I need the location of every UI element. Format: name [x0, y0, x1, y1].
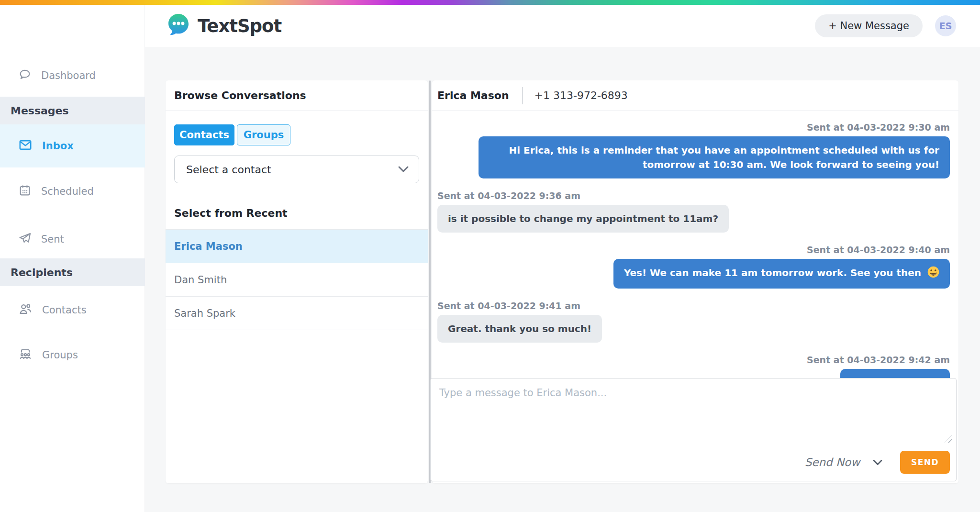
app-header: TextSpot + New Message ES [145, 5, 980, 47]
header-divider [523, 87, 523, 104]
paper-plane-icon [18, 232, 32, 247]
message-text: Hi Erica, this is a reminder that you ha… [509, 145, 939, 170]
sidebar-item-label: Dashboard [41, 70, 96, 81]
section-label: Recipients [11, 267, 73, 278]
sidebar-section-messages: Messages [0, 97, 145, 124]
sidebar-item-label: Inbox [42, 140, 74, 152]
sidebar-item-label: Contacts [42, 304, 87, 316]
recent-contacts-list: Erica Mason Dan Smith Sarah Spark [166, 229, 428, 330]
message-timestamp: Sent at 04-03-2022 9:40 am [807, 244, 950, 256]
contact-select-dropdown[interactable]: Select a contact [174, 156, 419, 183]
sidebar-item-label: Sent [41, 234, 64, 245]
message-bubble: Hi Erica, this is a reminder that you ha… [479, 136, 950, 178]
user-group-icon [18, 347, 33, 364]
recent-contact-row[interactable]: Sarah Spark [166, 297, 428, 330]
sidebar-item-groups[interactable]: Groups [0, 345, 145, 366]
message-timestamp: Sent at 04-03-2022 9:42 am [807, 354, 950, 366]
textspot-bubble-icon [166, 12, 191, 39]
sidebar-item-scheduled[interactable]: Scheduled [0, 181, 145, 202]
sidebar: Dashboard Messages Inbox Scheduled [0, 5, 145, 512]
browse-conversations-panel: Browse Conversations Contacts Groups Sel… [166, 80, 428, 483]
message-text: Great. thank you so much! [448, 323, 591, 334]
tab-contacts[interactable]: Contacts [174, 124, 234, 145]
recent-contact-name: Sarah Spark [174, 308, 235, 319]
sidebar-section-recipients: Recipients [0, 258, 145, 286]
message-bubble: Great. thank you so much! [437, 315, 602, 343]
sidebar-item-dashboard[interactable]: Dashboard [0, 65, 145, 86]
recent-contact-row[interactable]: Dan Smith [166, 263, 428, 297]
sidebar-item-label: Groups [42, 349, 78, 361]
message-timestamp: Sent at 04-03-2022 9:36 am [437, 190, 580, 201]
speech-bubble-icon [18, 68, 32, 84]
chat-contact-name: Erica Mason [437, 89, 509, 101]
user-avatar[interactable]: ES [935, 15, 956, 36]
send-mode-selector[interactable]: Send Now [805, 456, 860, 468]
chat-contact-phone: +1 313-972-6893 [535, 89, 628, 101]
send-button[interactable]: SEND [900, 451, 950, 474]
chat-header: Erica Mason +1 313-972-6893 [432, 80, 958, 111]
rainbow-top-bar [0, 0, 980, 5]
sidebar-item-contacts[interactable]: Contacts [0, 300, 145, 321]
message-input[interactable] [434, 381, 941, 443]
browse-panel-title: Browse Conversations [166, 80, 428, 111]
message-bubble: Yes! We can make 11 am tomorrow work. Se… [613, 259, 950, 289]
textarea-resize-handle[interactable] [945, 435, 952, 443]
new-message-button[interactable]: + New Message [815, 14, 923, 37]
sidebar-item-sent[interactable]: Sent [0, 229, 145, 250]
message-timestamp: Sent at 04-03-2022 9:30 am [807, 122, 950, 133]
contact-select-value: Select a contact [186, 164, 271, 176]
message-group: Sent at 04-03-2022 9:41 am Great. thank … [437, 300, 950, 343]
message-group: Sent at 04-03-2022 9:36 am is it possibl… [437, 190, 950, 233]
calendar-icon [18, 184, 32, 200]
envelope-icon [18, 138, 33, 155]
message-group: Sent at 04-03-2022 9:30 am Hi Erica, thi… [437, 122, 950, 178]
textspot-logo[interactable]: TextSpot [166, 12, 281, 39]
message-group: Sent at 04-03-2022 9:40 am Yes! We can m… [437, 244, 950, 289]
message-bubble: is it possible to change my appointment … [437, 205, 729, 233]
recent-contact-name: Dan Smith [174, 274, 227, 286]
users-icon [18, 302, 33, 319]
recent-contact-name: Erica Mason [174, 241, 243, 252]
message-text: Yes! We can make 11 am tomorrow work. Se… [624, 267, 921, 278]
recent-contact-row[interactable]: Erica Mason [166, 230, 428, 263]
tab-groups[interactable]: Groups [237, 124, 290, 145]
chevron-down-icon[interactable] [872, 459, 883, 468]
grinning-face-emoji [927, 266, 939, 282]
message-text: is it possible to change my appointment … [448, 213, 718, 224]
sidebar-item-inbox[interactable]: Inbox [0, 124, 145, 167]
sidebar-item-label: Scheduled [41, 186, 94, 197]
section-label: Messages [11, 105, 69, 117]
message-composer: Send Now SEND [430, 378, 957, 481]
chevron-down-icon [398, 164, 409, 176]
message-timestamp: Sent at 04-03-2022 9:41 am [437, 300, 580, 312]
recent-list-title: Select from Recent [174, 207, 428, 219]
brand-name: TextSpot [198, 16, 281, 36]
